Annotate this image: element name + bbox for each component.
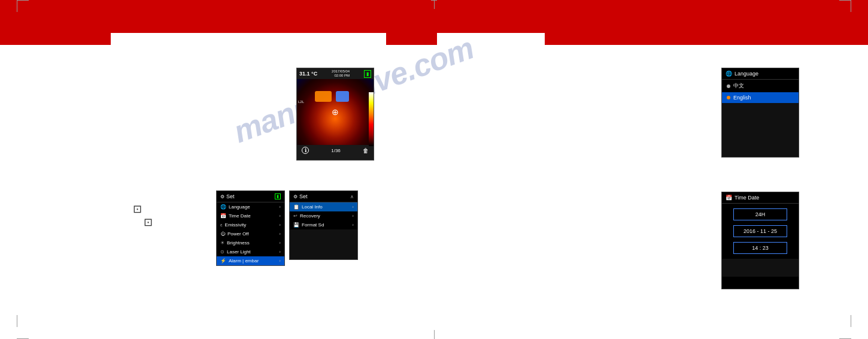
header-bar-left <box>0 0 437 45</box>
menu-arrow: › <box>279 213 281 219</box>
menu-item-laserlight[interactable]: ⊙ Laser Light › <box>217 247 284 256</box>
lang-panel-title: Language <box>735 71 758 77</box>
lang-panel-header: 🌐 Language <box>722 68 799 80</box>
menu-item-label: Power Off <box>227 231 248 237</box>
timedate-icon: 📅 <box>220 213 226 219</box>
menu-item-recovery[interactable]: ↩ Recovery › <box>290 211 357 220</box>
header-bar-right <box>437 0 868 45</box>
lang-globe-icon: 🌐 <box>726 71 732 77</box>
thermal-display: 31.1 °C 2017/05/04 02:00 PM ▮ ⊕ L2L ℹ 1/… <box>296 68 374 161</box>
divider-tick-top <box>434 0 435 9</box>
menu-item-label: Brightness <box>227 240 250 246</box>
menu-arrow: › <box>279 204 281 210</box>
lang-label-chinese: 中文 <box>733 82 744 90</box>
menu-arrow: › <box>352 222 354 228</box>
thermal-label: L2L <box>298 100 304 104</box>
menu-arrow: › <box>352 204 354 210</box>
menu-item-label: Laser Light <box>227 249 251 255</box>
lang-empty-area <box>722 103 799 157</box>
focus-icon-1: ⊡ <box>133 202 142 216</box>
menu-arrow: › <box>352 213 354 219</box>
menu-item-poweroff[interactable]: ⏻ Power Off › <box>217 229 284 238</box>
language-panel: 🌐 Language 中文 English <box>721 68 799 158</box>
time-panel-header: 📅 Time Date <box>722 192 799 204</box>
alarm-icon: ⚡ <box>220 258 226 264</box>
thermal-color-bar <box>369 92 374 146</box>
time-empty-area <box>722 259 799 277</box>
thermal-trash-icon: 🗑 <box>363 147 369 154</box>
menu-item-timedate[interactable]: 📅 Time Date › <box>217 211 284 220</box>
menu-arrow: › <box>279 222 281 228</box>
laserlight-icon: ⊙ <box>220 249 224 255</box>
thermal-counter: 1/36 <box>331 148 341 153</box>
corner-tick <box>839 0 851 1</box>
menu-panel-1: ⚙ Set ▮ 🌐 Language › 📅 Time Date › ε Emi… <box>216 190 285 266</box>
menu-item-formatsd[interactable]: 💾 Format Sd › <box>290 220 357 229</box>
menu-item-localinfo[interactable]: 📋 Local Info › <box>290 202 357 211</box>
time-format-field[interactable]: 24H <box>733 208 787 220</box>
thermal-top-bar: 31.1 °C 2017/05/04 02:00 PM ▮ <box>297 68 374 79</box>
menu-arrow: › <box>279 258 281 264</box>
menu-item-label: Format Sd <box>302 222 324 228</box>
menu-item-label: Recovery <box>300 213 320 219</box>
poweroff-icon: ⏻ <box>220 231 225 237</box>
corner-tick <box>17 0 29 1</box>
lang-dot-english <box>727 96 730 99</box>
brightness-icon: ☀ <box>220 240 224 246</box>
menu-item-label: Time Date <box>229 213 251 219</box>
corner-tick <box>851 315 851 327</box>
lang-dot-chinese <box>727 84 730 88</box>
language-icon: 🌐 <box>220 204 226 210</box>
divider-tick-bottom <box>434 330 435 339</box>
menu-panel-2: ⚙ Set ∧ 📋 Local Info › ↩ Recovery › 💾 Fo… <box>289 190 358 260</box>
time-date-panel: 📅 Time Date 24H 2016 - 11 - 25 14 : 23 <box>721 192 799 289</box>
menu-item-emissivity[interactable]: ε Emissivity › <box>217 220 284 229</box>
menu-empty-area <box>290 229 357 259</box>
focus-icon-2: ⊡ <box>144 216 153 229</box>
thermal-info-icon: ℹ <box>302 147 309 154</box>
corner-tick <box>851 0 851 12</box>
thermal-datetime: 2017/05/04 02:00 PM <box>332 69 350 78</box>
menu-arrow: › <box>279 249 281 255</box>
thermal-crosshair: ⊕ <box>332 108 339 116</box>
corner-tick <box>17 315 17 327</box>
lang-item-english[interactable]: English <box>722 92 799 103</box>
menu-title-1: ⚙ Set <box>220 193 235 199</box>
menu-up-arrow: ∧ <box>350 194 354 199</box>
menu-arrow: › <box>279 231 281 237</box>
menu-item-brightness[interactable]: ☀ Brightness › <box>217 238 284 247</box>
lang-item-chinese[interactable]: 中文 <box>722 80 799 92</box>
menu-item-label: Alarm | embar <box>229 258 259 264</box>
lang-label-english: English <box>733 95 751 101</box>
recovery-icon: ↩ <box>293 213 298 219</box>
corner-tick <box>17 0 17 12</box>
thermal-image: ⊕ L2L <box>297 79 374 145</box>
thermal-bottom-bar: ℹ 1/36 🗑 <box>297 145 374 156</box>
menu-arrow: › <box>279 240 281 246</box>
menu-header-2: ⚙ Set ∧ <box>290 191 357 202</box>
menu-header-1: ⚙ Set ▮ <box>217 191 284 202</box>
menu-item-alarm[interactable]: ⚡ Alarm | embar › <box>217 256 284 265</box>
time-calendar-icon: 📅 <box>726 195 732 201</box>
menu-item-language[interactable]: 🌐 Language › <box>217 202 284 211</box>
thermal-temperature: 31.1 °C <box>299 71 317 77</box>
menu-battery-1: ▮ <box>275 193 281 199</box>
divider-tick-top-h <box>431 0 437 1</box>
emissivity-icon: ε <box>220 222 223 228</box>
menu-item-label: Language <box>229 204 250 210</box>
time-panel-title: Time Date <box>735 195 759 201</box>
time-time-field[interactable]: 14 : 23 <box>733 242 787 254</box>
menu-item-label: Local Info <box>302 204 323 210</box>
thermal-unit: °C <box>311 71 317 77</box>
time-date-field[interactable]: 2016 - 11 - 25 <box>733 225 787 237</box>
formatsd-icon: 💾 <box>293 222 299 228</box>
menu-title-2: ⚙ Set <box>293 193 308 199</box>
localinfo-icon: 📋 <box>293 204 299 210</box>
menu-item-label: Emissivity <box>225 222 247 228</box>
thermal-battery-icon: ▮ <box>364 70 371 78</box>
